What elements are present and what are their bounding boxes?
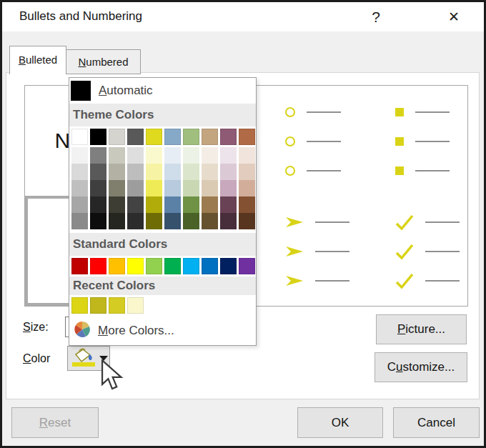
color-swatch[interactable] bbox=[90, 258, 106, 274]
automatic-item[interactable]: Automatic bbox=[69, 78, 256, 104]
color-swatch[interactable] bbox=[71, 297, 88, 314]
color-swatch[interactable] bbox=[71, 213, 88, 229]
dialog-title: Bullets and Numbering bbox=[19, 9, 142, 24]
color-swatch[interactable] bbox=[146, 180, 162, 196]
bullet-style-check[interactable] bbox=[357, 196, 467, 306]
bullet-preview-row bbox=[285, 164, 357, 178]
color-swatch[interactable] bbox=[220, 129, 237, 145]
color-swatch[interactable] bbox=[164, 129, 181, 145]
color-swatch[interactable] bbox=[90, 180, 106, 196]
color-swatch[interactable] bbox=[127, 180, 144, 196]
color-swatch[interactable] bbox=[71, 147, 88, 164]
ok-button[interactable]: OK bbox=[297, 407, 383, 438]
color-swatch[interactable] bbox=[164, 147, 181, 164]
color-swatch[interactable] bbox=[90, 129, 106, 145]
color-swatch[interactable] bbox=[220, 180, 237, 196]
arrow-bullet-icon bbox=[285, 215, 304, 229]
color-swatch[interactable] bbox=[183, 213, 199, 229]
color-swatch[interactable] bbox=[239, 213, 255, 229]
square-bullet-icon bbox=[395, 137, 404, 146]
color-swatch[interactable] bbox=[202, 164, 218, 180]
color-swatch[interactable] bbox=[71, 196, 88, 213]
color-swatch[interactable] bbox=[127, 213, 144, 229]
arrow-bullet-icon bbox=[285, 274, 304, 288]
color-swatch[interactable] bbox=[239, 129, 255, 145]
close-icon[interactable]: ✕ bbox=[440, 5, 468, 29]
paint-bucket-icon bbox=[71, 347, 96, 370]
text-line-placeholder bbox=[315, 280, 349, 282]
help-icon[interactable]: ? bbox=[363, 5, 389, 29]
color-swatch[interactable] bbox=[146, 213, 162, 229]
color-swatch[interactable] bbox=[109, 196, 125, 213]
color-swatch[interactable] bbox=[90, 196, 106, 213]
color-swatch[interactable] bbox=[109, 258, 125, 274]
color-swatch[interactable] bbox=[109, 180, 125, 196]
color-swatch[interactable] bbox=[164, 213, 181, 229]
color-swatch[interactable] bbox=[164, 164, 181, 180]
arrow-bullet-icon bbox=[285, 244, 304, 259]
color-swatch[interactable] bbox=[239, 180, 255, 196]
color-swatch[interactable] bbox=[202, 147, 218, 164]
color-swatch[interactable] bbox=[71, 129, 88, 145]
color-swatch[interactable] bbox=[183, 164, 199, 180]
color-swatch[interactable] bbox=[202, 213, 218, 229]
color-swatch[interactable] bbox=[164, 180, 181, 196]
color-swatch[interactable] bbox=[71, 180, 88, 196]
color-swatch[interactable] bbox=[90, 147, 106, 164]
picture-button[interactable]: Picture... bbox=[376, 314, 467, 344]
color-swatch[interactable] bbox=[127, 297, 144, 314]
color-swatch[interactable] bbox=[239, 196, 255, 213]
color-swatch[interactable] bbox=[146, 196, 162, 213]
color-swatch[interactable] bbox=[146, 129, 162, 145]
bullet-preview-row bbox=[285, 244, 357, 259]
customize-button[interactable]: Customize... bbox=[375, 352, 467, 382]
more-colors-item[interactable]: More Colors... bbox=[69, 316, 256, 341]
color-swatch[interactable] bbox=[146, 164, 162, 180]
tab-bulleted[interactable]: Bulleted bbox=[9, 46, 66, 74]
color-swatch[interactable] bbox=[127, 196, 144, 213]
color-swatch[interactable] bbox=[183, 180, 199, 196]
color-swatch[interactable] bbox=[164, 258, 181, 274]
color-swatch[interactable] bbox=[220, 147, 237, 164]
color-swatch[interactable] bbox=[109, 164, 125, 180]
color-swatch[interactable] bbox=[202, 196, 218, 213]
color-swatch[interactable] bbox=[183, 147, 199, 164]
color-swatch[interactable] bbox=[127, 164, 144, 180]
bullet-style-arrow[interactable] bbox=[247, 196, 357, 306]
color-swatch[interactable] bbox=[220, 258, 237, 274]
color-swatch[interactable] bbox=[109, 129, 125, 145]
color-swatch[interactable] bbox=[183, 258, 199, 274]
color-swatch[interactable] bbox=[146, 258, 162, 274]
color-swatch[interactable] bbox=[90, 297, 106, 314]
circle-bullet-icon bbox=[285, 166, 295, 176]
color-swatch[interactable] bbox=[239, 147, 255, 164]
color-swatch[interactable] bbox=[127, 129, 144, 145]
color-swatch[interactable] bbox=[183, 196, 199, 213]
cancel-button[interactable]: Cancel bbox=[393, 407, 480, 438]
color-swatch[interactable] bbox=[164, 196, 181, 213]
bullet-style-circle[interactable] bbox=[247, 86, 357, 196]
color-swatch[interactable] bbox=[146, 147, 162, 164]
color-swatch[interactable] bbox=[71, 164, 88, 180]
color-swatch[interactable] bbox=[109, 297, 125, 314]
color-swatch[interactable] bbox=[202, 180, 218, 196]
color-swatch[interactable] bbox=[183, 129, 199, 145]
color-dropdown-menu: Automatic Theme Colors Standard Colors R… bbox=[69, 77, 257, 346]
color-swatch[interactable] bbox=[220, 196, 237, 213]
color-swatch[interactable] bbox=[90, 213, 106, 229]
bullet-style-square[interactable] bbox=[357, 86, 467, 196]
color-swatch[interactable] bbox=[127, 147, 144, 164]
color-swatch[interactable] bbox=[239, 258, 255, 274]
color-swatch[interactable] bbox=[202, 258, 218, 274]
color-swatch[interactable] bbox=[239, 164, 255, 180]
color-swatch[interactable] bbox=[90, 164, 106, 180]
color-swatch[interactable] bbox=[109, 147, 125, 164]
color-swatch[interactable] bbox=[109, 213, 125, 229]
color-swatch[interactable] bbox=[220, 164, 237, 180]
tab-numbered[interactable]: Numbered bbox=[66, 49, 141, 74]
color-swatch[interactable] bbox=[202, 129, 218, 145]
color-swatch[interactable] bbox=[71, 258, 88, 274]
theme-colors-header: Theme Colors bbox=[69, 104, 256, 126]
color-swatch[interactable] bbox=[127, 258, 144, 274]
color-swatch[interactable] bbox=[220, 213, 237, 229]
